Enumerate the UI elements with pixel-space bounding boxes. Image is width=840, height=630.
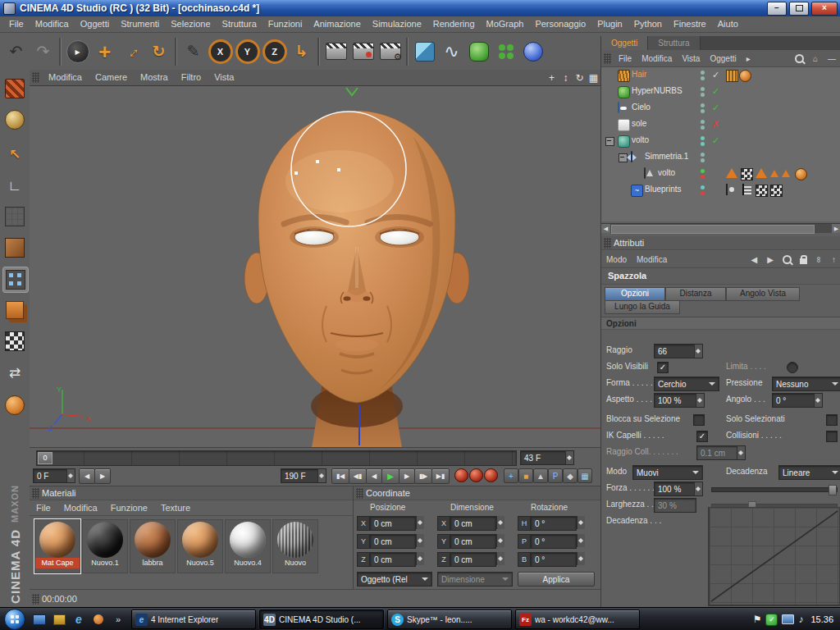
spinner[interactable] <box>496 552 504 565</box>
tree-row-volto-child[interactable]: volto <box>601 166 840 182</box>
taskbar-clock[interactable]: 15.36 <box>810 614 833 624</box>
material-thumbnail[interactable] <box>87 522 123 558</box>
spinner[interactable] <box>496 516 504 529</box>
objects-horizontal-scrollbar[interactable]: ◀ ▶ <box>601 223 840 233</box>
forza-field[interactable]: 100 % <box>654 482 703 496</box>
scale-tool[interactable]: ↔ <box>118 37 145 66</box>
scrollbar-thumb[interactable] <box>611 225 815 234</box>
material-item[interactable]: labbra <box>130 519 176 573</box>
camera-tag-icon[interactable] <box>726 184 728 195</box>
world-globe-button[interactable] <box>2 107 27 132</box>
taskbar-item-skype[interactable]: S Skype™ - leon..... <box>387 609 512 629</box>
bake-texture-button[interactable] <box>2 76 27 101</box>
search-icon[interactable] <box>795 54 804 63</box>
forma-dropdown[interactable]: Cerchio <box>654 377 719 391</box>
spinner[interactable] <box>577 516 585 529</box>
coordinate-system-button[interactable]: ↳ <box>288 37 315 66</box>
spinner[interactable] <box>694 482 702 495</box>
edge-mode-button[interactable] <box>2 298 27 322</box>
pressione-dropdown[interactable]: Nessuno <box>772 377 840 391</box>
vp-menu-modifica[interactable]: Modifica <box>42 70 89 85</box>
attr-menu-modifica[interactable]: Modifica <box>632 255 672 264</box>
minimize-button[interactable]: − <box>767 2 787 16</box>
visibility-dots[interactable] <box>701 71 705 80</box>
hair-material-tag-icon[interactable] <box>726 70 738 82</box>
home-icon[interactable]: ⌂ <box>808 54 823 63</box>
axis-modify-button[interactable]: ∟ <box>2 173 27 198</box>
enabled-check-icon[interactable]: ✓ <box>712 135 719 146</box>
tree-row-cielo[interactable]: Cielo ✓ <box>601 100 840 116</box>
spinner[interactable] <box>496 534 504 547</box>
panel-grip[interactable] <box>32 72 39 83</box>
rotate-tool[interactable]: ↻ <box>145 37 172 66</box>
material-thumbnail[interactable] <box>39 522 75 558</box>
menu-personaggio[interactable]: Personaggio <box>529 16 591 32</box>
rotation-h-field[interactable]: 0 ° <box>531 516 577 531</box>
zoom-view-icon[interactable]: ↕ <box>559 71 573 84</box>
obj-menu-vista[interactable]: Vista <box>677 54 705 63</box>
record-options-button[interactable] <box>484 468 498 482</box>
undo-button[interactable]: ↶ <box>2 37 30 66</box>
visibility-dots[interactable] <box>701 87 705 97</box>
taskbar-item-filezilla[interactable]: Fz wa - workdc42@ww... <box>515 609 640 629</box>
panel-grip[interactable] <box>604 238 611 249</box>
menu-rendering[interactable]: Rendering <box>427 16 481 32</box>
obj-menu-file[interactable]: File <box>614 54 637 63</box>
lock-z-button[interactable]: Z <box>261 37 288 66</box>
menu-oggetti[interactable]: Oggetti <box>75 16 115 32</box>
selection-tag-icon[interactable] <box>726 168 737 178</box>
toggle-views-icon[interactable]: ▦ <box>587 71 600 84</box>
end-frame-field[interactable]: 190 F <box>281 468 326 483</box>
larghezza-field[interactable]: 30 % <box>654 498 696 513</box>
close-button[interactable]: × <box>811 2 838 16</box>
volume-icon[interactable]: ♪ <box>798 614 803 624</box>
dimension-z-field[interactable]: 0 cm <box>450 552 496 567</box>
magnet-tool-button[interactable] <box>2 393 27 418</box>
selection-tag-icon[interactable] <box>756 168 767 178</box>
panel-grip[interactable] <box>32 488 39 499</box>
snap-settings-button[interactable]: ⇄ <box>2 360 27 385</box>
add-hypernurbs-button[interactable] <box>465 37 492 66</box>
tree-row-blueprints[interactable]: ~ Blueprints <box>601 182 840 199</box>
preview-end-field[interactable]: 43 F <box>520 450 574 465</box>
menu-animazione[interactable]: Animazione <box>308 16 366 32</box>
forza-slider[interactable] <box>711 487 838 492</box>
object-mode-dropdown[interactable]: Oggetto (Rel <box>357 572 432 587</box>
materials-menu-texture[interactable]: Texture <box>154 503 197 513</box>
title-bar[interactable]: CINEMA 4D Studio (RC ) (32 Bit) - [occhi… <box>0 0 840 16</box>
maximize-button[interactable] <box>789 2 809 16</box>
menu-simulazione[interactable]: Simulazione <box>367 16 427 32</box>
goto-end-button[interactable]: ▶▮ <box>431 468 450 484</box>
goto-start-button[interactable]: ▮◀ <box>331 468 349 484</box>
tree-row-hair[interactable]: Hair ✓ <box>601 67 840 84</box>
play-button[interactable]: ▶ <box>381 468 399 484</box>
rotation-p-field[interactable]: 0 ° <box>531 534 577 549</box>
search-icon[interactable] <box>783 255 792 264</box>
enabled-check-icon[interactable]: ✓ <box>712 86 719 97</box>
material-item[interactable]: Nuovo.5 <box>177 519 223 573</box>
material-item[interactable]: Nuovo.4 <box>225 519 271 573</box>
spinner[interactable] <box>577 534 585 547</box>
keyframe-scale-icon[interactable]: ■ <box>518 468 533 483</box>
material-thumbnail[interactable] <box>277 522 313 558</box>
tab-opzioni[interactable]: Opzioni <box>605 287 665 301</box>
render-view-button[interactable] <box>322 37 349 66</box>
position-z-field[interactable]: 0 cm <box>370 552 416 567</box>
quicklaunch-chevron-icon[interactable]: » <box>110 611 126 628</box>
show-desktop-icon[interactable] <box>31 611 48 628</box>
spinner[interactable] <box>814 394 822 407</box>
menu-python[interactable]: Python <box>628 16 668 32</box>
menu-funzioni[interactable]: Funzioni <box>262 16 308 32</box>
texture-tag-icon[interactable] <box>770 185 783 197</box>
polygon-mode-button[interactable] <box>2 329 27 354</box>
enabled-check-icon[interactable]: ✓ <box>712 70 719 80</box>
antivirus-shield-icon[interactable]: ✓ <box>765 614 778 626</box>
decadenza-dropdown[interactable]: Lineare <box>778 465 840 480</box>
raggio-field[interactable]: 66 <box>654 344 703 358</box>
selection-tag-icon[interactable] <box>770 170 778 177</box>
dimension-y-field[interactable]: 0 cm <box>450 534 496 549</box>
tab-struttura[interactable]: Struttura <box>648 36 700 50</box>
raggio-coll-field[interactable]: 0.1 cm <box>696 445 746 460</box>
dimension-mode-dropdown[interactable]: Dimensione <box>437 572 513 587</box>
viewport-3d[interactable]: Y X Z <box>30 85 600 448</box>
